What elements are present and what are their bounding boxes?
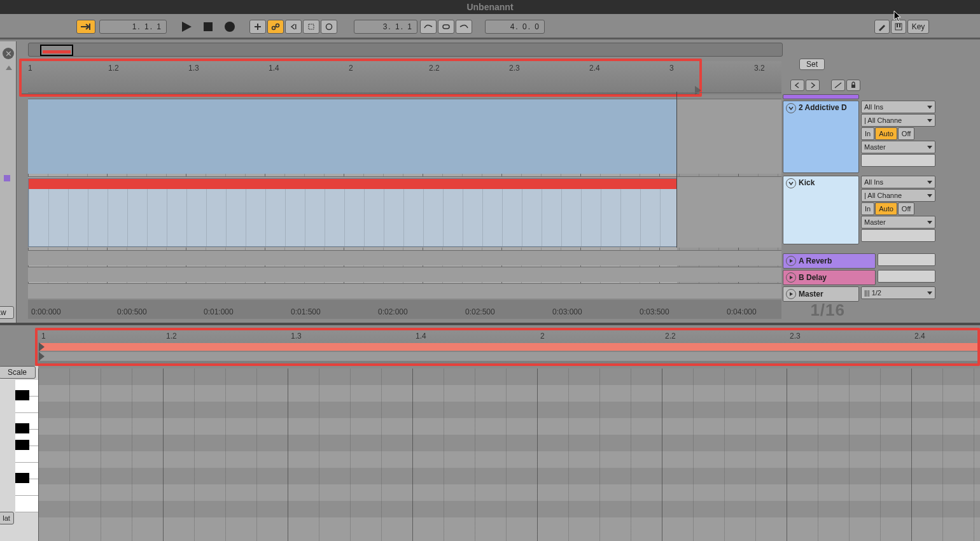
automation-edit-button[interactable] [831, 80, 845, 91]
track-title[interactable]: A Reverb [783, 253, 876, 269]
input-channel-select[interactable]: | All Channe [861, 114, 935, 127]
master-timesig-select[interactable]: ||| 1/2 [861, 286, 935, 299]
monitor-auto-button[interactable]: Auto [875, 127, 897, 140]
track-fold-button[interactable] [786, 103, 796, 113]
arrangement-overview[interactable] [28, 43, 783, 57]
kick-clip[interactable] [28, 178, 677, 247]
piano-keys[interactable] [15, 380, 38, 516]
stop-button[interactable] [201, 20, 215, 34]
track-lane-addictive-d[interactable] [28, 99, 781, 174]
punch-in-position-field[interactable]: 3. 1. 1 [354, 20, 417, 34]
quantize-button[interactable] [303, 20, 319, 34]
track-fold-button[interactable] [786, 178, 796, 188]
flat-sharp-toggle[interactable]: lat [0, 512, 14, 524]
arrangement-tracks[interactable] [28, 99, 781, 291]
master-lane[interactable] [28, 283, 781, 299]
set-locator-button[interactable]: Set [799, 59, 825, 70]
reenable-automation-button[interactable] [267, 20, 284, 34]
midi-map-button[interactable] [891, 20, 906, 34]
arrangement-time-ruler[interactable]: 0:00:000 0:00:500 0:01:000 0:01:500 0:02… [28, 300, 781, 319]
ruler-label: 1.2 [108, 64, 119, 73]
browser-close-icon[interactable]: ✕ [3, 48, 14, 59]
play-button[interactable] [179, 20, 193, 34]
right-tool-group: Key [874, 20, 929, 34]
output-select[interactable]: Master [861, 216, 935, 228]
track-lane-kick[interactable] [28, 176, 781, 248]
next-locator-button[interactable] [806, 80, 820, 91]
return-header-a[interactable]: A Reverb [783, 253, 935, 269]
track-play-icon[interactable] [786, 256, 796, 266]
note-row[interactable] [38, 468, 980, 484]
track-header-addictive-d[interactable]: 2 Addictive D All Ins | All Channe In Au… [783, 101, 935, 173]
svg-rect-9 [895, 24, 902, 30]
track-title[interactable]: Master [783, 286, 859, 302]
track-title[interactable] [783, 94, 859, 99]
note-row[interactable] [38, 501, 980, 517]
metronome-button[interactable] [321, 20, 337, 34]
return-lane-b[interactable] [28, 267, 781, 282]
automation-arm-button[interactable] [249, 20, 266, 34]
piano-black-key[interactable] [15, 423, 29, 433]
piano-black-key[interactable] [15, 440, 29, 450]
monitor-in-button[interactable]: In [861, 202, 874, 215]
clip-ruler[interactable]: 1 1.2 1.3 1.4 2 2.2 2.3 2.4 [38, 330, 977, 363]
punch-in-button[interactable] [420, 20, 437, 34]
master-header[interactable]: Master ||| 1/2 [783, 286, 935, 302]
scale-button[interactable]: Scale [0, 366, 36, 379]
monitor-off-button[interactable]: Off [898, 202, 914, 215]
arrangement-ruler-rest[interactable]: 3.2 Set [702, 61, 781, 94]
note-row[interactable] [38, 369, 980, 385]
loop-button[interactable] [438, 20, 454, 34]
loop-length-field[interactable]: 4. 0. 0 [485, 20, 545, 34]
follow-button[interactable] [76, 20, 95, 34]
track-title[interactable]: B Delay [783, 270, 876, 285]
piano-black-key[interactable] [15, 473, 29, 483]
lock-envelopes-button[interactable] [846, 80, 860, 91]
track-io: All Ins | All Channe In Auto Off Master [859, 101, 935, 173]
piano-black-key[interactable] [15, 390, 29, 400]
draw-partial-label[interactable]: aw [0, 306, 14, 319]
track-title[interactable]: 2 Addictive D [783, 101, 859, 173]
back-to-arrangement-button[interactable] [285, 20, 302, 34]
record-button[interactable] [223, 20, 237, 34]
track-header-kick[interactable]: Kick All Ins | All Channe In Auto Off Ma… [783, 176, 935, 244]
punch-out-button[interactable] [456, 20, 472, 34]
monitor-in-button[interactable]: In [861, 127, 874, 140]
track-play-icon[interactable] [786, 272, 796, 283]
track-play-icon[interactable] [786, 289, 796, 299]
note-row[interactable] [38, 517, 980, 534]
draw-mode-button[interactable] [874, 20, 890, 34]
midi-note-grid[interactable] [38, 369, 980, 541]
return-header-b[interactable]: B Delay [783, 270, 935, 285]
output-select[interactable]: Master [861, 141, 935, 153]
overview-visible-range[interactable] [40, 45, 73, 56]
note-row[interactable] [38, 435, 980, 451]
clip-loop-start-icon[interactable] [39, 342, 45, 351]
input-channel-select[interactable]: | All Channe [861, 189, 935, 202]
input-type-select[interactable]: All Ins [861, 101, 935, 113]
arrangement-position-field[interactable]: 1. 1. 1 [99, 20, 167, 34]
browser-collapsed-strip[interactable]: ✕ aw [0, 41, 17, 323]
kick-clip-body[interactable] [29, 189, 676, 246]
monitor-off-button[interactable]: Off [898, 127, 914, 140]
clip-loop-brace[interactable] [40, 343, 977, 351]
kick-clip-header[interactable] [29, 179, 676, 189]
note-row[interactable] [38, 385, 980, 402]
note-row[interactable] [38, 451, 980, 468]
return-lane-a[interactable] [28, 250, 781, 265]
input-type-select[interactable]: All Ins [861, 176, 935, 188]
track-title[interactable]: Kick [783, 176, 859, 244]
browser-expand-icon[interactable] [6, 66, 12, 70]
monitor-auto-button[interactable]: Auto [875, 202, 897, 215]
note-row[interactable] [38, 418, 980, 435]
arrangement-ruler[interactable]: 1 1.2 1.3 1.4 2 2.2 2.3 2.4 3 [22, 61, 699, 94]
piano-white-key[interactable] [15, 496, 38, 512]
clip-start-marker-icon[interactable] [39, 352, 45, 361]
track-header-collapsed[interactable] [783, 94, 935, 99]
prev-locator-button[interactable] [790, 80, 804, 91]
note-row[interactable] [38, 484, 980, 501]
key-map-button[interactable]: Key [907, 20, 929, 34]
clip-scrub-area[interactable] [40, 352, 977, 361]
ruler-label: 1 [28, 64, 32, 73]
note-row[interactable] [38, 402, 980, 418]
